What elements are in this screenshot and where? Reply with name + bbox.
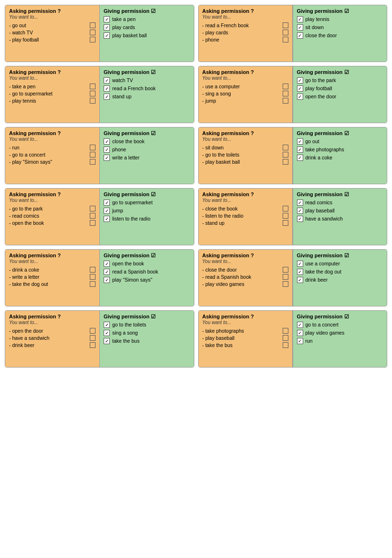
card-9-giving-item-3-checkbox[interactable]: ✓ <box>104 277 110 283</box>
card-2-asking-item-3-checkbox[interactable] <box>283 37 288 42</box>
card-10-asking-title: Asking permission ? <box>202 253 289 258</box>
card-11-giving-item-3-checkbox[interactable]: ✓ <box>104 338 110 344</box>
card-8-asking-item-3-checkbox[interactable] <box>283 220 288 226</box>
card-4-giving-item-3: ✓open the door <box>297 94 383 100</box>
card-5-asking-item-2-checkbox[interactable] <box>90 152 95 158</box>
card-1-giving-item-1-checkbox[interactable]: ✓ <box>104 16 110 22</box>
card-12-asking-item-2-checkbox[interactable] <box>283 335 288 341</box>
card-3-giving-item-2-checkbox[interactable]: ✓ <box>104 85 110 92</box>
card-6-giving-item-2-checkbox[interactable]: ✓ <box>297 147 303 153</box>
card-3-asking-item-1-checkbox[interactable] <box>90 84 95 89</box>
card-12-giving-item-1-checkbox[interactable]: ✓ <box>297 322 303 328</box>
card-2-asking-title: Asking permission ? <box>202 8 289 14</box>
card-9-asking-item-2: - write a letter <box>9 274 95 280</box>
card-4-giving-item-2-checkbox[interactable]: ✓ <box>297 85 303 92</box>
card-1-asking-item-1-checkbox[interactable] <box>90 22 95 28</box>
card-11-asking-item-3-text: - drink beer <box>9 342 88 348</box>
card-11-asking-item-2-checkbox[interactable] <box>90 335 95 341</box>
card-9-asking-item-1-checkbox[interactable] <box>90 267 95 273</box>
card-10-giving-item-2-checkbox[interactable]: ✓ <box>297 269 303 275</box>
card-6-giving-item-1-text: go out <box>306 138 383 144</box>
card-11-asking-item-1-checkbox[interactable] <box>90 328 95 334</box>
card-6-asking-item-1-checkbox[interactable] <box>283 145 288 150</box>
card-11-giving-title: Giving permission ☑ <box>104 314 190 320</box>
card-5-giving-item-1-checkbox[interactable]: ✓ <box>104 138 110 145</box>
card-4-asking-item-3-checkbox[interactable] <box>283 98 288 104</box>
card-5-giving-item-2-checkbox[interactable]: ✓ <box>104 147 110 153</box>
card-10-asking-item-1-checkbox[interactable] <box>283 267 288 273</box>
card-9-giving-item-2-checkbox[interactable]: ✓ <box>104 269 110 275</box>
card-6-asking-item-3-checkbox[interactable] <box>283 159 288 165</box>
card-11-asking-item-3-checkbox[interactable] <box>90 342 95 348</box>
card-12-asking-item-3-checkbox[interactable] <box>283 342 288 348</box>
card-8-giving-item-2-checkbox[interactable]: ✓ <box>297 208 303 214</box>
card-7-asking: Asking permission ?You want to...- go to… <box>5 189 99 245</box>
card-3-giving-item-3-checkbox[interactable]: ✓ <box>104 94 110 100</box>
card-2-giving-item-1: ✓play tennis <box>297 16 383 22</box>
card-2-giving-item-1-checkbox[interactable]: ✓ <box>297 16 303 22</box>
card-1-asking-item-3-checkbox[interactable] <box>90 37 95 42</box>
card-4-giving-item-3-checkbox[interactable]: ✓ <box>297 94 303 100</box>
card-3-asking-item-3: - play tennis <box>9 98 95 104</box>
card-5-asking-item-1-text: - run <box>9 145 88 150</box>
card-7-giving-item-3-checkbox[interactable]: ✓ <box>104 216 110 222</box>
card-10-giving-item-3-checkbox[interactable]: ✓ <box>297 277 303 283</box>
card-12-giving-item-3-checkbox[interactable]: ✓ <box>297 338 303 344</box>
card-12-giving-item-2-checkbox[interactable]: ✓ <box>297 330 303 336</box>
card-1-giving-item-3-text: play basket ball <box>112 32 190 38</box>
card-4-giving-item-1-text: go to the park <box>306 77 383 83</box>
card-1-giving-item-2-checkbox[interactable]: ✓ <box>104 24 110 31</box>
card-2-asking-item-2-checkbox[interactable] <box>283 30 288 35</box>
card-4-asking-item-2-checkbox[interactable] <box>283 91 288 96</box>
card-7-asking-item-3: - open the book <box>9 220 95 226</box>
card-2-giving-item-3-checkbox[interactable]: ✓ <box>297 32 303 39</box>
card-11-giving-item-2-checkbox[interactable]: ✓ <box>104 330 110 336</box>
card-11-giving-item-1-checkbox[interactable]: ✓ <box>104 322 110 328</box>
card-4-giving-item-1-checkbox[interactable]: ✓ <box>297 77 303 84</box>
card-7-giving-item-2-checkbox[interactable]: ✓ <box>104 208 110 214</box>
card-9-giving-item-1-checkbox[interactable]: ✓ <box>104 261 110 267</box>
card-12-giving-item-1-text: go to a concert <box>306 322 383 327</box>
card-8-giving-item-1-checkbox[interactable]: ✓ <box>297 200 303 206</box>
card-2-giving-item-2-checkbox[interactable]: ✓ <box>297 24 303 31</box>
card-12-asking-item-1-checkbox[interactable] <box>283 328 288 334</box>
card-3-asking-item-2-checkbox[interactable] <box>90 91 95 96</box>
card-8-asking-item-1-checkbox[interactable] <box>283 206 288 211</box>
card-11: Asking permission ?You want to...- open … <box>5 310 194 368</box>
card-6-giving-item-3-checkbox[interactable]: ✓ <box>297 155 303 161</box>
card-4-asking-item-1-checkbox[interactable] <box>283 84 288 89</box>
card-8-asking-item-2-checkbox[interactable] <box>283 213 288 219</box>
card-7-giving-item-1-checkbox[interactable]: ✓ <box>104 200 110 206</box>
card-2-giving: Giving permission ☑✓play tennis✓sit down… <box>293 5 387 62</box>
card-3-giving: Giving permission ☑✓watch TV✓read a Fren… <box>100 66 194 123</box>
card-7-asking-item-2-checkbox[interactable] <box>90 213 95 219</box>
card-9-asking-item-2-checkbox[interactable] <box>90 274 95 280</box>
card-7-asking-item-3-checkbox[interactable] <box>90 220 95 226</box>
card-1-giving-item-3-checkbox[interactable]: ✓ <box>104 32 110 39</box>
card-5-asking-item-1-checkbox[interactable] <box>90 145 95 150</box>
card-3-asking-item-3-checkbox[interactable] <box>90 98 95 104</box>
card-6-giving-item-1-checkbox[interactable]: ✓ <box>297 138 303 145</box>
card-9-asking-item-3-checkbox[interactable] <box>90 281 95 287</box>
card-8-giving-item-3-checkbox[interactable]: ✓ <box>297 216 303 222</box>
card-12-asking-item-3: - take the bus <box>202 342 289 348</box>
card-1-giving-item-1-text: take a pen <box>112 16 190 22</box>
card-5-asking-item-3-checkbox[interactable] <box>90 159 95 165</box>
card-10-giving-item-2-text: take the dog out <box>306 269 383 274</box>
card-3-giving-item-1-checkbox[interactable]: ✓ <box>104 77 110 84</box>
card-10-asking-item-3-checkbox[interactable] <box>283 281 288 287</box>
card-5-giving-item-3-checkbox[interactable]: ✓ <box>104 155 110 161</box>
card-10-giving-item-1-checkbox[interactable]: ✓ <box>297 261 303 267</box>
card-6-asking-item-2: - go to the toilets <box>202 152 289 158</box>
card-7-asking-item-1-checkbox[interactable] <box>90 206 95 211</box>
card-3-giving-title: Giving permission ☑ <box>104 69 190 75</box>
card-7-giving-item-1: ✓go to supermarket <box>104 200 190 206</box>
card-11-asking: Asking permission ?You want to...- open … <box>5 311 99 367</box>
card-2-asking-item-1-checkbox[interactable] <box>283 22 288 28</box>
card-9-giving-item-3: ✓play "Simon says" <box>104 277 190 283</box>
card-7-asking-item-2-text: - read comics <box>9 213 88 219</box>
card-6-asking-item-2-checkbox[interactable] <box>283 152 288 158</box>
card-10-asking-item-3: - play video games <box>202 281 289 287</box>
card-1-asking-item-2-checkbox[interactable] <box>90 30 95 35</box>
card-10-asking-item-2-checkbox[interactable] <box>283 274 288 280</box>
